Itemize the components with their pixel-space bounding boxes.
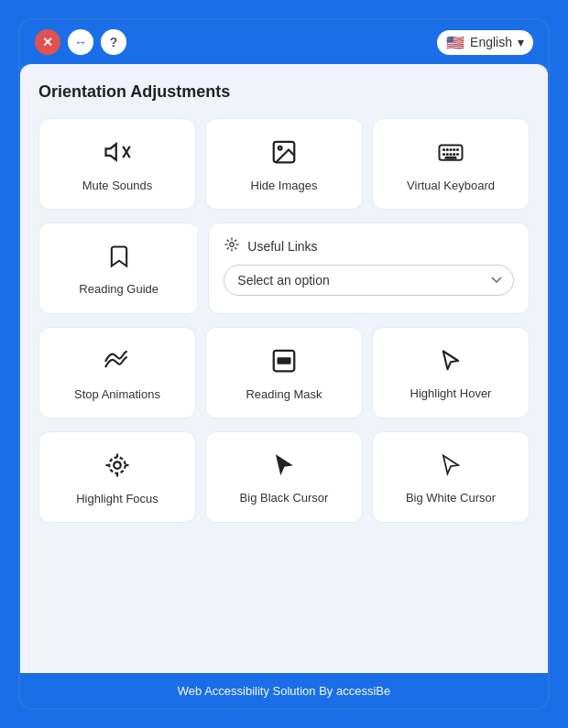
useful-links-select[interactable]: Select an option bbox=[224, 265, 514, 296]
hide-images-label: Hide Images bbox=[251, 179, 318, 194]
grid-row-4: Highlight Focus Big Black Cursor Big bbox=[38, 431, 530, 523]
highlight-hover-button[interactable]: Highlight Hover bbox=[372, 327, 530, 418]
mute-sounds-icon bbox=[104, 138, 131, 169]
close-button[interactable]: ✕ bbox=[35, 29, 60, 55]
svg-line-21 bbox=[227, 240, 229, 242]
svg-line-23 bbox=[227, 247, 229, 249]
reading-guide-icon bbox=[106, 244, 132, 273]
reading-mask-label: Reading Mask bbox=[246, 387, 322, 403]
highlight-hover-label: Highlight Hover bbox=[410, 386, 492, 402]
stop-animations-label: Stop Animations bbox=[74, 387, 160, 403]
mute-sounds-button[interactable]: Mute Sounds bbox=[38, 118, 196, 210]
section-title: Orientation Adjustments bbox=[38, 82, 530, 102]
svg-line-24 bbox=[235, 240, 237, 242]
widget-container: ✕ ↔ ? 🇺🇸 English ▾ Orientation Adjustmen… bbox=[18, 18, 550, 710]
useful-links-text: Useful Links bbox=[247, 239, 317, 254]
useful-links-panel: Useful Links Select an option bbox=[208, 223, 530, 314]
svg-line-22 bbox=[235, 247, 237, 249]
highlight-focus-button[interactable]: Highlight Focus bbox=[38, 431, 196, 523]
big-white-cursor-icon bbox=[438, 452, 464, 482]
highlight-focus-label: Highlight Focus bbox=[76, 492, 158, 507]
hide-images-button[interactable]: Hide Images bbox=[205, 118, 363, 210]
highlight-focus-icon bbox=[104, 451, 131, 483]
big-black-cursor-button[interactable]: Big Black Cursor bbox=[205, 431, 363, 523]
big-white-cursor-button[interactable]: Big White Cursor bbox=[372, 431, 530, 523]
svg-point-28 bbox=[109, 457, 126, 473]
grid-row-1: Mute Sounds Hide Images bbox=[38, 118, 530, 210]
chevron-down-icon: ▾ bbox=[518, 35, 524, 49]
widget-footer: Web Accessibility Solution By accessiBe bbox=[20, 673, 548, 708]
useful-links-title: Useful Links bbox=[224, 236, 514, 255]
help-button[interactable]: ? bbox=[101, 29, 126, 55]
grid-row-3: Stop Animations Reading Mask bbox=[38, 327, 530, 418]
mute-sounds-label: Mute Sounds bbox=[82, 179, 153, 194]
useful-links-icon bbox=[224, 236, 240, 255]
svg-point-16 bbox=[230, 243, 235, 247]
reading-guide-button[interactable]: Reading Guide bbox=[38, 223, 199, 314]
virtual-keyboard-button[interactable]: Virtual Keyboard bbox=[372, 118, 530, 210]
stop-animations-icon bbox=[104, 347, 131, 378]
big-black-cursor-label: Big Black Cursor bbox=[240, 491, 329, 506]
svg-point-3 bbox=[279, 146, 282, 149]
language-selector[interactable]: 🇺🇸 English ▾ bbox=[437, 30, 533, 55]
big-white-cursor-label: Big White Cursor bbox=[406, 491, 496, 506]
svg-rect-26 bbox=[278, 357, 291, 364]
widget-body: Orientation Adjustments Mute Sounds bbox=[20, 64, 548, 673]
reading-mask-icon bbox=[270, 347, 298, 378]
virtual-keyboard-label: Virtual Keyboard bbox=[407, 179, 495, 194]
reading-mask-button[interactable]: Reading Mask bbox=[205, 327, 363, 418]
footer-text: Web Accessibility Solution By accessiBe bbox=[178, 684, 390, 698]
virtual-keyboard-icon bbox=[437, 138, 464, 169]
language-name: English bbox=[470, 35, 512, 49]
stop-animations-button[interactable]: Stop Animations bbox=[38, 327, 196, 418]
highlight-hover-icon bbox=[438, 348, 464, 377]
big-black-cursor-icon bbox=[271, 452, 297, 482]
header-controls: ✕ ↔ ? bbox=[35, 29, 126, 55]
flag-icon: 🇺🇸 bbox=[446, 34, 464, 51]
hide-images-icon bbox=[270, 138, 298, 169]
reading-guide-label: Reading Guide bbox=[79, 282, 158, 298]
back-button[interactable]: ↔ bbox=[68, 29, 93, 55]
svg-point-27 bbox=[114, 462, 121, 469]
reading-row: Reading Guide bbox=[38, 223, 530, 314]
widget-header: ✕ ↔ ? 🇺🇸 English ▾ bbox=[20, 20, 548, 64]
